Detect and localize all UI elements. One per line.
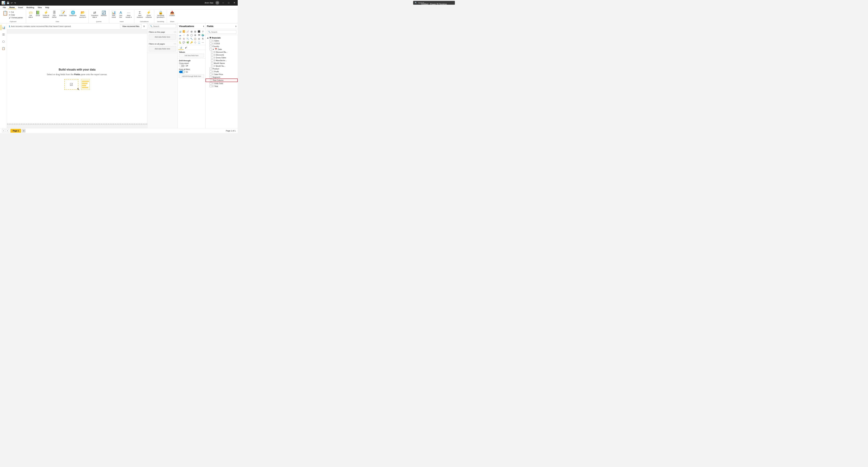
viz-decomp[interactable]: 🌿 [186, 41, 189, 44]
cogs-checkbox[interactable] [210, 42, 212, 45]
new-visual-button[interactable]: 📊 Newvisual [111, 10, 117, 19]
field-country[interactable]: Country [206, 45, 238, 48]
viz-shape[interactable]: ⬡ [193, 41, 197, 44]
viz-area-chart[interactable]: 🗻 [178, 33, 182, 37]
viz-expand-icon[interactable]: › [203, 25, 204, 28]
view-recovered-button[interactable]: View recovered files [120, 24, 142, 28]
viz-stacked-bar[interactable]: ▥ [193, 30, 197, 33]
menu-file[interactable]: File [1, 6, 7, 9]
viz-qa[interactable]: 💬 [182, 41, 186, 44]
discount-ba-checkbox[interactable] [211, 51, 213, 53]
field-segment[interactable]: Segment [206, 76, 238, 79]
viz-paginated[interactable]: 📃 [197, 41, 201, 44]
manufactur-checkbox[interactable] [211, 59, 213, 61]
viz-key-inf[interactable]: 🔑 [190, 41, 193, 44]
filters-search-input[interactable] [153, 25, 175, 27]
viz-filled-map[interactable]: 🌍 [201, 33, 205, 37]
field-manufactur[interactable]: Σ Manufactur... [206, 59, 238, 62]
viz-r-script[interactable]: R [201, 37, 205, 40]
viz-table[interactable]: 📋 [193, 37, 197, 40]
sensitivity-button[interactable]: 🔒 Sensitivity(preview) ▾ [156, 10, 166, 19]
viz-line-chart[interactable]: 📈 [186, 30, 189, 33]
field-profit[interactable]: Σ Profit [206, 70, 238, 73]
field-discount-ba[interactable]: Σ Discount Ba... [206, 51, 238, 54]
viz-matrix[interactable]: ⊟ [197, 37, 201, 40]
filters-search-box[interactable]: 🔍 [149, 24, 176, 28]
next-page-button[interactable]: › [6, 129, 9, 132]
field-test-column[interactable]: Test Column [206, 79, 238, 82]
viz-treemap[interactable]: ⊞ [193, 33, 197, 37]
text-box-button[interactable]: A Textbox [118, 10, 124, 19]
date-checkbox[interactable] [210, 48, 212, 50]
product-checkbox[interactable] [210, 68, 212, 70]
viz-more[interactable]: ⋯ [201, 41, 205, 44]
country-checkbox[interactable] [210, 45, 212, 47]
segment-checkbox[interactable] [210, 76, 212, 78]
viz-pie[interactable]: ◔ [186, 33, 189, 37]
power-bi-datasets-button[interactable]: ⚡ Power BIdatasets [42, 10, 50, 19]
menu-home[interactable]: Home [8, 6, 16, 9]
viz-column-chart[interactable]: 📶 [182, 30, 186, 33]
report-view-icon[interactable]: 📊 [1, 25, 6, 30]
user-avatar[interactable]: AX [215, 1, 219, 5]
close-button[interactable]: ✕ [232, 1, 236, 4]
paste-button[interactable]: 📋 ✂ Cut ⎘ Copy 🖌 Format painter [1, 10, 25, 20]
dataverse-button[interactable]: 🌐 Dataverse [68, 10, 78, 17]
fields-search-input[interactable] [211, 31, 235, 33]
field-discounts[interactable]: Σ Discounts [206, 54, 238, 56]
viz-bar-grouped[interactable]: ▤ [190, 30, 193, 33]
menu-view[interactable]: View [36, 6, 43, 9]
field-cogs[interactable]: Σ COGS [206, 42, 238, 45]
minimize-button[interactable]: ─ [221, 1, 225, 4]
viz-python[interactable]: 🐍 [178, 41, 182, 44]
new-measure-button[interactable]: Σ Newmeasure [136, 10, 144, 19]
financials-group-header[interactable]: ▲ ⊞ financials [206, 36, 238, 39]
fields-search-box[interactable]: 🔍 [207, 30, 236, 34]
copy-button[interactable]: ⎘ Copy [8, 13, 24, 16]
filters-this-page-more[interactable]: ⋯ [174, 31, 176, 33]
year-checkbox[interactable] [210, 85, 212, 87]
viz-gauge[interactable]: ⏱ [178, 37, 182, 40]
dax-query-icon[interactable]: 📋 [1, 46, 6, 51]
model-view-icon[interactable]: ⬡ [1, 39, 6, 44]
quick-undo[interactable]: ↩ [11, 2, 13, 4]
format-painter-button[interactable]: 🖌 Format painter [8, 17, 24, 19]
viz-map[interactable]: 🗺 [197, 33, 201, 37]
viz-funnel[interactable]: ▽ [201, 30, 205, 33]
field-sales[interactable]: Σ Sales [206, 39, 238, 42]
field-date[interactable]: ▼ 📅 Date [206, 48, 238, 51]
units-sold-checkbox[interactable] [210, 82, 212, 84]
recent-sources-button[interactable]: 📂 Recentsources ▾ [78, 10, 87, 19]
month-name-checkbox[interactable] [211, 62, 213, 64]
field-sale-price[interactable]: Σ Sale Price [206, 73, 238, 76]
viz-bar-chart[interactable]: 📊 [178, 30, 182, 33]
viz-waterfall[interactable]: ⬛ [197, 30, 201, 33]
viz-scatter[interactable]: ⁘ [182, 33, 186, 37]
month-nu-checkbox[interactable] [211, 65, 213, 67]
field-units-sold[interactable]: Σ Units Sold [206, 82, 238, 85]
more-visuals-button[interactable]: ⋯ Morevisuals ▾ [125, 10, 133, 19]
sale-price-checkbox[interactable] [210, 73, 212, 76]
excel-button[interactable]: 📗 Excel [35, 10, 41, 17]
viz-donut[interactable]: ◯ [190, 33, 193, 37]
menu-modeling[interactable]: Modeling [25, 6, 36, 9]
field-month-nu[interactable]: Σ Month Nu... [206, 65, 238, 67]
get-data-button[interactable]: 🗃 Getdata ▾ [28, 10, 34, 19]
viz-build-tab[interactable]: 📊 [178, 46, 184, 50]
keep-filters-toggle[interactable] [179, 71, 185, 73]
viz-slicer[interactable]: 🔧 [190, 37, 193, 40]
add-page-button[interactable]: + [22, 129, 26, 133]
refresh-button[interactable]: 🔄 Refresh [100, 10, 107, 17]
sql-server-button[interactable]: 🗄 SQLServer [51, 10, 58, 19]
page-tab-1[interactable]: Page 1 [10, 129, 21, 133]
viz-format-tab[interactable]: 🖌 [184, 46, 188, 50]
viz-card[interactable]: 🃏 [182, 37, 186, 40]
field-product[interactable]: Product [206, 67, 238, 70]
transform-data-button[interactable]: ⇄ Transformdata ▾ [90, 10, 99, 19]
cross-report-toggle[interactable] [179, 65, 185, 67]
profit-checkbox[interactable] [210, 70, 212, 72]
sales-checkbox[interactable] [210, 40, 212, 42]
gross-sales-checkbox[interactable] [211, 57, 213, 59]
menu-insert[interactable]: Insert [17, 6, 24, 9]
prev-page-button[interactable]: ‹ [2, 129, 5, 132]
